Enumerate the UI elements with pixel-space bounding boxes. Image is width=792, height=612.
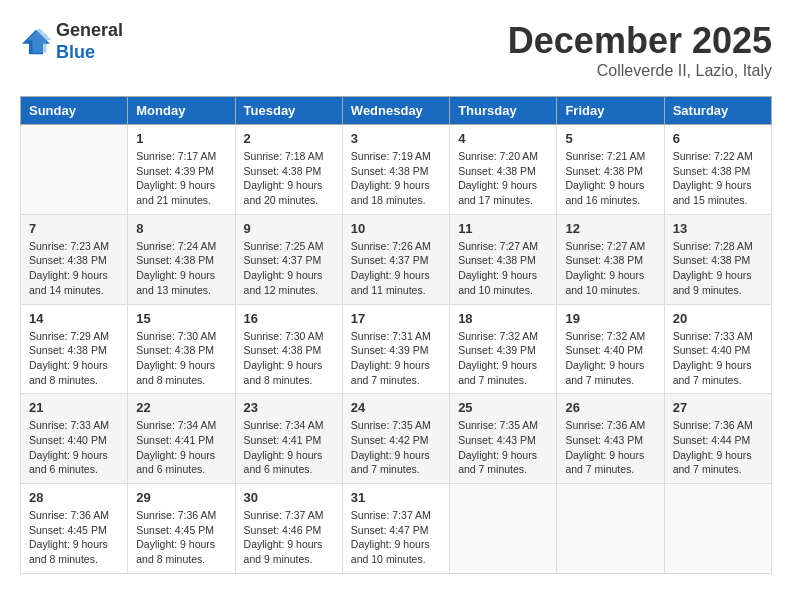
sunset-text: Sunset: 4:38 PM (458, 165, 536, 177)
calendar-day-cell: 8 Sunrise: 7:24 AM Sunset: 4:38 PM Dayli… (128, 214, 235, 304)
sunset-text: Sunset: 4:38 PM (29, 254, 107, 266)
sunset-text: Sunset: 4:38 PM (244, 344, 322, 356)
day-number: 6 (673, 131, 763, 146)
month-title: December 2025 (508, 20, 772, 62)
daylight-text: Daylight: 9 hours and 8 minutes. (29, 359, 108, 386)
day-info: Sunrise: 7:32 AM Sunset: 4:39 PM Dayligh… (458, 329, 548, 388)
day-number: 11 (458, 221, 548, 236)
day-info: Sunrise: 7:32 AM Sunset: 4:40 PM Dayligh… (565, 329, 655, 388)
day-info: Sunrise: 7:29 AM Sunset: 4:38 PM Dayligh… (29, 329, 119, 388)
sunrise-text: Sunrise: 7:27 AM (565, 240, 645, 252)
calendar-day-cell: 2 Sunrise: 7:18 AM Sunset: 4:38 PM Dayli… (235, 125, 342, 215)
calendar-day-cell: 17 Sunrise: 7:31 AM Sunset: 4:39 PM Dayl… (342, 304, 449, 394)
sunrise-text: Sunrise: 7:36 AM (673, 419, 753, 431)
daylight-text: Daylight: 9 hours and 16 minutes. (565, 179, 644, 206)
calendar-day-cell: 3 Sunrise: 7:19 AM Sunset: 4:38 PM Dayli… (342, 125, 449, 215)
sunset-text: Sunset: 4:39 PM (351, 344, 429, 356)
calendar-day-cell: 4 Sunrise: 7:20 AM Sunset: 4:38 PM Dayli… (450, 125, 557, 215)
sunrise-text: Sunrise: 7:23 AM (29, 240, 109, 252)
calendar-day-cell: 26 Sunrise: 7:36 AM Sunset: 4:43 PM Dayl… (557, 394, 664, 484)
calendar-day-cell: 15 Sunrise: 7:30 AM Sunset: 4:38 PM Dayl… (128, 304, 235, 394)
day-info: Sunrise: 7:37 AM Sunset: 4:47 PM Dayligh… (351, 508, 441, 567)
sunset-text: Sunset: 4:38 PM (565, 165, 643, 177)
day-number: 22 (136, 400, 226, 415)
day-info: Sunrise: 7:24 AM Sunset: 4:38 PM Dayligh… (136, 239, 226, 298)
daylight-text: Daylight: 9 hours and 9 minutes. (244, 538, 323, 565)
day-info: Sunrise: 7:34 AM Sunset: 4:41 PM Dayligh… (244, 418, 334, 477)
sunrise-text: Sunrise: 7:28 AM (673, 240, 753, 252)
sunset-text: Sunset: 4:44 PM (673, 434, 751, 446)
weekday-header-cell: Thursday (450, 97, 557, 125)
sunrise-text: Sunrise: 7:25 AM (244, 240, 324, 252)
calendar-day-cell: 7 Sunrise: 7:23 AM Sunset: 4:38 PM Dayli… (21, 214, 128, 304)
day-info: Sunrise: 7:36 AM Sunset: 4:43 PM Dayligh… (565, 418, 655, 477)
calendar-day-cell: 13 Sunrise: 7:28 AM Sunset: 4:38 PM Dayl… (664, 214, 771, 304)
sunset-text: Sunset: 4:47 PM (351, 524, 429, 536)
sunset-text: Sunset: 4:46 PM (244, 524, 322, 536)
sunset-text: Sunset: 4:38 PM (565, 254, 643, 266)
calendar-day-cell: 20 Sunrise: 7:33 AM Sunset: 4:40 PM Dayl… (664, 304, 771, 394)
day-number: 26 (565, 400, 655, 415)
sunset-text: Sunset: 4:38 PM (136, 254, 214, 266)
calendar-day-cell: 18 Sunrise: 7:32 AM Sunset: 4:39 PM Dayl… (450, 304, 557, 394)
day-number: 20 (673, 311, 763, 326)
sunrise-text: Sunrise: 7:18 AM (244, 150, 324, 162)
day-info: Sunrise: 7:27 AM Sunset: 4:38 PM Dayligh… (565, 239, 655, 298)
sunset-text: Sunset: 4:38 PM (351, 165, 429, 177)
sunrise-text: Sunrise: 7:37 AM (244, 509, 324, 521)
calendar-day-cell (557, 484, 664, 574)
logo-blue: Blue (56, 42, 95, 62)
daylight-text: Daylight: 9 hours and 7 minutes. (565, 449, 644, 476)
sunrise-text: Sunrise: 7:32 AM (458, 330, 538, 342)
daylight-text: Daylight: 9 hours and 21 minutes. (136, 179, 215, 206)
day-info: Sunrise: 7:27 AM Sunset: 4:38 PM Dayligh… (458, 239, 548, 298)
sunrise-text: Sunrise: 7:34 AM (136, 419, 216, 431)
sunrise-text: Sunrise: 7:36 AM (565, 419, 645, 431)
calendar-week-row: 14 Sunrise: 7:29 AM Sunset: 4:38 PM Dayl… (21, 304, 772, 394)
sunset-text: Sunset: 4:38 PM (458, 254, 536, 266)
day-info: Sunrise: 7:36 AM Sunset: 4:45 PM Dayligh… (136, 508, 226, 567)
sunrise-text: Sunrise: 7:24 AM (136, 240, 216, 252)
calendar-day-cell: 16 Sunrise: 7:30 AM Sunset: 4:38 PM Dayl… (235, 304, 342, 394)
day-number: 24 (351, 400, 441, 415)
location-title: Colleverde II, Lazio, Italy (508, 62, 772, 80)
sunset-text: Sunset: 4:38 PM (29, 344, 107, 356)
calendar-day-cell: 11 Sunrise: 7:27 AM Sunset: 4:38 PM Dayl… (450, 214, 557, 304)
daylight-text: Daylight: 9 hours and 6 minutes. (244, 449, 323, 476)
day-number: 7 (29, 221, 119, 236)
calendar-week-row: 28 Sunrise: 7:36 AM Sunset: 4:45 PM Dayl… (21, 484, 772, 574)
daylight-text: Daylight: 9 hours and 7 minutes. (458, 359, 537, 386)
calendar-day-cell: 21 Sunrise: 7:33 AM Sunset: 4:40 PM Dayl… (21, 394, 128, 484)
weekday-header-cell: Friday (557, 97, 664, 125)
sunrise-text: Sunrise: 7:35 AM (351, 419, 431, 431)
day-info: Sunrise: 7:22 AM Sunset: 4:38 PM Dayligh… (673, 149, 763, 208)
calendar-day-cell: 9 Sunrise: 7:25 AM Sunset: 4:37 PM Dayli… (235, 214, 342, 304)
daylight-text: Daylight: 9 hours and 6 minutes. (136, 449, 215, 476)
weekday-header-cell: Monday (128, 97, 235, 125)
daylight-text: Daylight: 9 hours and 9 minutes. (673, 269, 752, 296)
day-info: Sunrise: 7:36 AM Sunset: 4:45 PM Dayligh… (29, 508, 119, 567)
day-number: 17 (351, 311, 441, 326)
calendar-day-cell: 24 Sunrise: 7:35 AM Sunset: 4:42 PM Dayl… (342, 394, 449, 484)
day-number: 15 (136, 311, 226, 326)
logo-icon (20, 28, 52, 56)
day-number: 10 (351, 221, 441, 236)
day-number: 14 (29, 311, 119, 326)
calendar-day-cell (664, 484, 771, 574)
daylight-text: Daylight: 9 hours and 7 minutes. (458, 449, 537, 476)
daylight-text: Daylight: 9 hours and 14 minutes. (29, 269, 108, 296)
sunset-text: Sunset: 4:45 PM (29, 524, 107, 536)
day-info: Sunrise: 7:34 AM Sunset: 4:41 PM Dayligh… (136, 418, 226, 477)
day-number: 12 (565, 221, 655, 236)
page-header: General Blue December 2025 Colleverde II… (20, 20, 772, 80)
calendar-day-cell: 6 Sunrise: 7:22 AM Sunset: 4:38 PM Dayli… (664, 125, 771, 215)
sunset-text: Sunset: 4:38 PM (673, 165, 751, 177)
sunrise-text: Sunrise: 7:26 AM (351, 240, 431, 252)
sunrise-text: Sunrise: 7:31 AM (351, 330, 431, 342)
weekday-header-cell: Tuesday (235, 97, 342, 125)
day-number: 30 (244, 490, 334, 505)
day-info: Sunrise: 7:23 AM Sunset: 4:38 PM Dayligh… (29, 239, 119, 298)
calendar-day-cell: 29 Sunrise: 7:36 AM Sunset: 4:45 PM Dayl… (128, 484, 235, 574)
day-number: 9 (244, 221, 334, 236)
day-info: Sunrise: 7:33 AM Sunset: 4:40 PM Dayligh… (29, 418, 119, 477)
